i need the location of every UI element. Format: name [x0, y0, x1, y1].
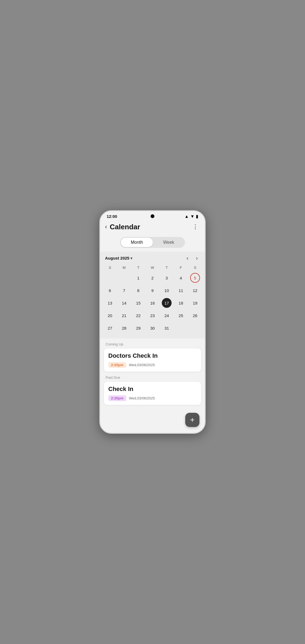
cal-day-22[interactable]: 22: [131, 309, 145, 321]
cal-day-20[interactable]: 20: [103, 309, 117, 321]
coming-up-time-badge: 2:20pm: [108, 362, 126, 368]
cal-day-8[interactable]: 8: [131, 284, 145, 296]
status-time: 12:00: [107, 214, 117, 219]
coming-up-event-meta: 2:20pm Wed,03/08/2025: [108, 362, 197, 368]
cal-day-7[interactable]: 7: [117, 284, 131, 296]
cal-day-14[interactable]: 14: [117, 297, 131, 309]
cal-day-21[interactable]: 21: [117, 309, 131, 321]
header-left: ‹ Calendar: [104, 222, 140, 231]
add-icon: +: [190, 416, 195, 424]
month-nav-arrows: ‹ ›: [185, 254, 199, 262]
cal-day-29[interactable]: 29: [131, 322, 145, 334]
calendar-section: August 2025 ▾ ‹ › S M T W T F S 12345: [100, 252, 205, 338]
add-event-fab[interactable]: +: [185, 413, 199, 427]
past-due-card[interactable]: Check In 2:20pm Wed,03/08/2025: [104, 382, 201, 405]
coming-up-label: Coming Up: [100, 338, 205, 348]
camera-notch: [151, 214, 154, 218]
cal-day-9[interactable]: 9: [145, 284, 160, 296]
coming-up-event-title: Doctors Check In: [108, 352, 197, 359]
app-header: ‹ Calendar ⋮: [100, 220, 205, 234]
cal-day-17[interactable]: 17: [160, 297, 174, 309]
day-headers: S M T W T F S: [100, 264, 205, 271]
day-header-wed: W: [145, 264, 160, 271]
dropdown-arrow-icon: ▾: [130, 256, 132, 260]
cal-day-6[interactable]: 6: [103, 284, 117, 296]
cal-day-4[interactable]: 4: [174, 272, 188, 284]
day-header-thu: T: [160, 264, 174, 271]
cal-day-31[interactable]: 31: [160, 322, 174, 334]
cal-day-5[interactable]: 5: [188, 272, 202, 284]
cal-day-13[interactable]: 13: [103, 297, 117, 309]
day-header-tue: T: [131, 264, 145, 271]
cal-day-10[interactable]: 10: [160, 284, 174, 296]
status-icons: ▲ ▼ ▮: [184, 214, 198, 219]
cal-day-11[interactable]: 11: [174, 284, 188, 296]
past-due-time-badge: 2:20pm: [108, 395, 126, 401]
cal-empty-4-5: [174, 322, 188, 334]
coming-up-card[interactable]: Doctors Check In 2:20pm Wed,03/08/2025: [104, 348, 201, 372]
cal-day-3[interactable]: 3: [160, 272, 174, 284]
cal-day-30[interactable]: 30: [145, 322, 160, 334]
wifi-icon: ▼: [190, 214, 195, 219]
view-toggle-container: Month Week: [100, 234, 205, 252]
month-year-text: August 2025: [105, 256, 129, 260]
cal-day-26[interactable]: 26: [188, 309, 202, 321]
cal-empty-0-1: [117, 272, 131, 284]
scroll-area: Month Week August 2025 ▾ ‹ › S M: [100, 234, 205, 433]
past-due-event-title: Check In: [108, 386, 197, 393]
day-header-sat: S: [188, 264, 202, 271]
calendar-grid: 1234567891011121314151617181920212223242…: [100, 272, 205, 334]
battery-icon: ▮: [196, 214, 198, 219]
cal-empty-0-0: [103, 272, 117, 284]
menu-button[interactable]: ⋮: [191, 222, 199, 231]
cal-day-12[interactable]: 12: [188, 284, 202, 296]
cal-day-28[interactable]: 28: [117, 322, 131, 334]
page-title: Calendar: [110, 223, 140, 231]
past-due-label: Past Due: [100, 372, 205, 382]
cal-day-23[interactable]: 23: [145, 309, 160, 321]
next-month-button[interactable]: ›: [194, 254, 199, 262]
back-button[interactable]: ‹: [104, 222, 108, 231]
cal-day-16[interactable]: 16: [145, 297, 160, 309]
month-tab[interactable]: Month: [121, 238, 152, 247]
week-tab[interactable]: Week: [153, 238, 184, 247]
cal-day-27[interactable]: 27: [103, 322, 117, 334]
past-due-event-meta: 2:20pm Wed,03/08/2025: [108, 395, 197, 401]
month-label[interactable]: August 2025 ▾: [105, 256, 132, 260]
past-due-event-date: Wed,03/08/2025: [129, 396, 155, 400]
cal-day-1[interactable]: 1: [131, 272, 145, 284]
day-header-fri: F: [174, 264, 188, 271]
cal-day-18[interactable]: 18: [174, 297, 188, 309]
cal-day-2[interactable]: 2: [145, 272, 160, 284]
signal-icon: ▲: [184, 214, 189, 219]
cal-day-15[interactable]: 15: [131, 297, 145, 309]
toggle-group: Month Week: [120, 237, 185, 248]
phone-frame: 12:00 ▲ ▼ ▮ ‹ Calendar ⋮ Month Week: [99, 210, 206, 434]
cal-day-24[interactable]: 24: [160, 309, 174, 321]
cal-day-25[interactable]: 25: [174, 309, 188, 321]
prev-month-button[interactable]: ‹: [185, 254, 190, 262]
cal-day-19[interactable]: 19: [188, 297, 202, 309]
day-header-sun: S: [103, 264, 117, 271]
day-header-mon: M: [117, 264, 131, 271]
month-nav: August 2025 ▾ ‹ ›: [100, 252, 205, 264]
coming-up-event-date: Wed,03/08/2025: [129, 363, 155, 367]
cal-empty-4-6: [188, 322, 202, 334]
